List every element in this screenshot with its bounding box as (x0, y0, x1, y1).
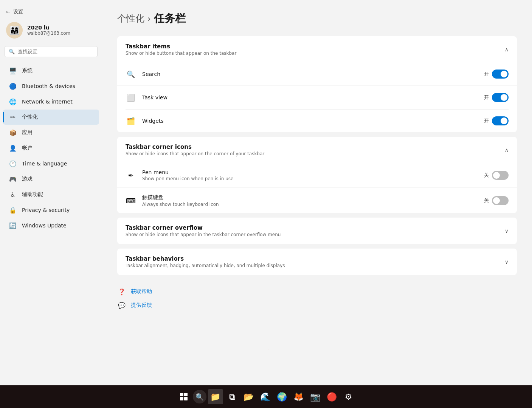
card-title-block-taskbar-corner-icons: Taskbar corner iconsShow or hide icons t… (126, 144, 264, 156)
toggle-widgets[interactable] (492, 116, 509, 125)
system-nav-icon: 🖥️ (9, 67, 17, 74)
toggle-label-search: 开 (484, 71, 489, 77)
setting-label-block-touch-keyboard: 触摸键盘Always show touch keyboard icon (142, 194, 478, 207)
accounts-nav-icon: 👤 (9, 144, 17, 152)
toggle-track-touch-keyboard[interactable] (492, 196, 509, 205)
search-box[interactable]: 🔍 (5, 46, 98, 57)
sections-container: Taskbar itemsShow or hide buttons that a… (117, 36, 517, 275)
card-title-block-taskbar-items: Taskbar itemsShow or hide buttons that a… (126, 43, 236, 56)
setting-sublabel-touch-keyboard: Always show touch keyboard icon (142, 202, 478, 207)
personalization-nav-label: 个性化 (22, 114, 38, 121)
avatar: 👨‍👩‍👧 (6, 22, 23, 39)
taskbar: 🔍📁⧉📂🌊🌍🦊📷🔴⚙️ (0, 385, 532, 408)
taskbar-file-explorer[interactable]: 📁 (208, 389, 223, 404)
taskbar-settings-icon[interactable]: ⚙️ (341, 389, 356, 404)
toggle-search[interactable] (492, 70, 509, 79)
setting-label-touch-keyboard: 触摸键盘 (142, 194, 478, 201)
network-nav-label: Network & internet (22, 99, 73, 105)
sidebar-item-apps[interactable]: 📦应用 (3, 125, 99, 140)
help-link[interactable]: 获取帮助 (131, 288, 152, 295)
toggle-track-search[interactable] (492, 70, 509, 79)
time-nav-icon: 🕐 (9, 160, 17, 167)
taskbar-edge-icon[interactable]: 🌊 (258, 389, 273, 404)
card-subtitle-taskbar-behaviors: Taskbar alignment, badging, automaticall… (126, 263, 285, 268)
toggle-label-taskview: 开 (484, 94, 489, 101)
update-nav-label: Windows Update (22, 223, 67, 229)
taskbar-folder-icon[interactable]: 📂 (241, 389, 256, 404)
sidebar-item-bluetooth[interactable]: 🔵Bluetooth & devices (3, 79, 99, 94)
sidebar-item-system[interactable]: 🖥️系统 (3, 63, 99, 78)
sidebar: ← 设置 👨‍👩‍👧 2020 lu wslbb87@163.com 🔍 🖥️系… (0, 0, 102, 355)
sidebar-item-time[interactable]: 🕐Time & language (3, 156, 99, 171)
toggle-pen-menu[interactable] (492, 171, 509, 180)
main-content: 个性化 › 任务栏 Taskbar itemsShow or hide butt… (102, 0, 532, 385)
time-nav-label: Time & language (22, 161, 67, 167)
taskbar-app-icon[interactable]: 🔴 (324, 389, 340, 404)
taskbar-widgets-icon[interactable]: ⧉ (225, 389, 240, 404)
card-header-taskbar-items[interactable]: Taskbar itemsShow or hide buttons that a… (117, 36, 517, 63)
card-chevron-taskbar-corner-overflow: ∨ (505, 228, 509, 234)
avatar-emoji: 👨‍👩‍👧 (9, 26, 20, 35)
taskbar-firefox-icon[interactable]: 🦊 (291, 389, 306, 404)
breadcrumb-separator: › (147, 14, 151, 23)
toggle-wrapper-touch-keyboard: 关 (484, 196, 509, 205)
sidebar-item-accounts[interactable]: 👤帐户 (3, 141, 99, 156)
setting-icon-taskview: ⬜ (126, 92, 136, 103)
toggle-track-taskview[interactable] (492, 93, 509, 102)
toggle-taskview[interactable] (492, 93, 509, 102)
toggle-thumb-taskview (501, 94, 507, 101)
toggle-label-touch-keyboard: 关 (484, 197, 489, 204)
taskbar-search-button[interactable]: 🔍 (193, 390, 206, 403)
setting-sublabel-pen-menu: Show pen menu icon when pen is in use (142, 176, 478, 181)
search-input[interactable] (18, 49, 93, 54)
toggle-label-pen-menu: 关 (484, 172, 489, 179)
search-icon: 🔍 (9, 49, 15, 54)
sidebar-item-privacy[interactable]: 🔒Privacy & security (3, 202, 99, 218)
back-button[interactable]: ← 设置 (0, 6, 102, 17)
back-label: 设置 (13, 8, 23, 15)
toggle-wrapper-pen-menu: 关 (484, 171, 509, 180)
sidebar-item-personalization[interactable]: ✏️个性化 (3, 110, 99, 125)
setting-icon-widgets: 🗂️ (126, 116, 136, 126)
footer-links: ❓ 获取帮助 💬 提供反馈 (117, 280, 517, 317)
sidebar-item-network[interactable]: 🌐Network & internet (3, 94, 99, 109)
sidebar-item-update[interactable]: 🔄Windows Update (3, 218, 99, 233)
user-info: 2020 lu wslbb87@163.com (27, 25, 70, 36)
bluetooth-nav-label: Bluetooth & devices (22, 83, 75, 89)
toggle-thumb-pen-menu (493, 172, 500, 179)
toggle-thumb-widgets (501, 117, 507, 124)
taskbar-photo-icon[interactable]: 📷 (308, 389, 323, 404)
card-title-taskbar-corner-overflow: Taskbar corner overflow (126, 224, 281, 231)
user-email: wslbb87@163.com (27, 31, 70, 36)
setting-row-taskview: ⬜Task view开 (117, 86, 517, 109)
card-title-taskbar-corner-icons: Taskbar corner icons (126, 144, 264, 150)
taskbar-start-button[interactable] (176, 389, 191, 404)
setting-label-block-search: Search (142, 71, 478, 77)
card-taskbar-corner-icons: Taskbar corner iconsShow or hide icons t… (117, 137, 517, 213)
bluetooth-nav-icon: 🔵 (9, 82, 17, 90)
privacy-nav-label: Privacy & security (22, 207, 70, 213)
card-title-taskbar-behaviors: Taskbar behaviors (126, 255, 285, 262)
taskbar-browser-icon[interactable]: 🌍 (275, 389, 290, 404)
card-header-taskbar-behaviors[interactable]: Taskbar behaviorsTaskbar alignment, badg… (117, 249, 517, 275)
card-chevron-taskbar-corner-icons: ∧ (505, 147, 509, 153)
setting-icon-touch-keyboard: ⌨️ (126, 195, 136, 206)
user-profile: 👨‍👩‍👧 2020 lu wslbb87@163.com (0, 17, 102, 46)
update-nav-icon: 🔄 (9, 222, 17, 229)
toggle-touch-keyboard[interactable] (492, 196, 509, 205)
gaming-nav-label: 游戏 (22, 176, 33, 182)
sidebar-item-gaming[interactable]: 🎮游戏 (3, 172, 99, 187)
toggle-track-pen-menu[interactable] (492, 171, 509, 180)
toggle-track-widgets[interactable] (492, 116, 509, 125)
card-header-taskbar-corner-icons[interactable]: Taskbar corner iconsShow or hide icons t… (117, 137, 517, 163)
system-nav-label: 系统 (22, 67, 33, 74)
network-nav-icon: 🌐 (9, 98, 17, 105)
setting-row-widgets: 🗂️Widgets开 (117, 110, 517, 132)
sidebar-item-accessibility[interactable]: ♿辅助功能 (3, 187, 99, 202)
setting-label-block-taskview: Task view (142, 94, 478, 100)
feedback-link[interactable]: 提供反馈 (131, 302, 152, 309)
setting-label-block-pen-menu: Pen menuShow pen menu icon when pen is i… (142, 169, 478, 181)
privacy-nav-icon: 🔒 (9, 206, 17, 214)
setting-icon-pen-menu: ✒️ (126, 170, 136, 181)
card-header-taskbar-corner-overflow[interactable]: Taskbar corner overflowShow or hide icon… (117, 218, 517, 244)
